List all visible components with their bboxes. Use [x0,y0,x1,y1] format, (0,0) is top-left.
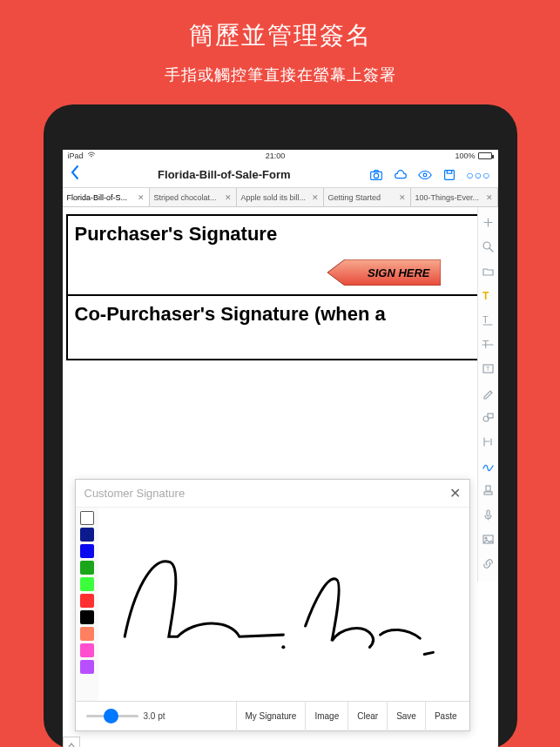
svg-rect-14 [484,492,492,495]
color-swatch[interactable] [80,643,94,657]
tab-close-icon[interactable]: ✕ [399,193,406,202]
image-icon[interactable] [478,529,497,548]
strike-icon[interactable]: T [478,334,497,353]
folder-icon[interactable] [478,261,497,280]
tab-strip: Florida-Bill-of-S...✕Striped chocolat...… [63,188,498,207]
pencil-icon[interactable] [478,383,497,402]
tab-label: 100-Things-Ever... [415,193,480,202]
thickness-value: 3.0 pt [144,711,165,721]
svg-point-2 [423,173,427,177]
color-swatch[interactable] [80,627,94,641]
tab-label: Apple sold its bill... [241,193,307,202]
status-bar: iPad 21:00 100% [63,150,498,162]
signature-canvas[interactable] [98,508,469,701]
svg-point-17 [485,537,487,539]
tab-label: Striped chocolat... [154,193,217,202]
signature-panel-title: Customer Signature [84,487,186,500]
svg-text:T: T [482,314,489,325]
right-tool-rail: TTTT [477,207,498,582]
clear-button[interactable]: Clear [347,702,387,731]
ipad-frame: iPad 21:00 100% Florida-Bill-of-Sale-For… [44,104,517,747]
color-swatch[interactable] [80,610,94,624]
signature-stroke [107,534,460,669]
svg-text:T: T [482,290,489,302]
tab-close-icon[interactable]: ✕ [312,193,319,202]
promo-subtitle: 手指或觸控筆直接在螢幕上簽署 [0,52,560,85]
tab-close-icon[interactable]: ✕ [486,193,493,202]
tab-1[interactable]: Striped chocolat...✕ [150,188,237,206]
color-swatch[interactable] [80,594,94,608]
purchaser-signature-row[interactable]: Purchaser's Signature SIGN HERE [68,216,493,296]
add-icon[interactable] [478,212,497,232]
shape-icon[interactable] [478,407,497,427]
mic-icon[interactable] [478,505,497,524]
svg-point-1 [374,173,378,178]
svg-rect-3 [445,170,455,179]
wifi-icon [87,151,96,160]
search-icon[interactable] [478,237,497,256]
sign-here-label: SIGN HERE [368,266,430,279]
tab-label: Florida-Bill-of-S... [67,193,128,202]
more-icon[interactable]: ○○○ [466,168,490,182]
purchaser-label: Purchaser's Signature [75,223,486,246]
signature-panel: Customer Signature ✕ 3.0 pt [75,479,470,731]
tab-2[interactable]: Apple sold its bill...✕ [237,188,324,206]
color-palette [76,508,98,701]
camera-icon[interactable] [368,167,384,183]
color-swatch[interactable] [80,544,94,558]
underline-icon[interactable]: T [478,310,497,329]
status-time: 21:00 [266,151,286,160]
back-button[interactable] [70,165,80,185]
tab-3[interactable]: Getting Started✕ [324,188,411,206]
expand-corner-tab[interactable] [63,737,80,747]
document-title: Florida-Bill-of-Sale-Form [80,168,369,181]
svg-rect-13 [486,486,490,491]
save-button[interactable]: Save [387,702,425,731]
cloud-icon[interactable] [393,167,408,183]
color-swatch[interactable] [80,528,94,542]
eye-icon[interactable] [417,167,433,183]
promo-title: 簡歷並管理簽名 [0,0,560,52]
link-icon[interactable] [478,554,497,573]
nav-bar: Florida-Bill-of-Sale-Form ○○○ [63,162,498,188]
thickness-slider[interactable] [86,715,138,717]
stamp-icon[interactable] [478,481,497,500]
svg-rect-4 [447,170,451,173]
slider-knob[interactable] [104,709,118,723]
color-swatch[interactable] [80,511,94,525]
color-swatch[interactable] [80,660,94,674]
svg-text:T: T [486,366,490,372]
image-button[interactable]: Image [305,702,347,731]
save-icon[interactable] [442,167,457,183]
thickness-control[interactable]: 3.0 pt [79,711,172,721]
tab-4[interactable]: 100-Things-Ever...✕ [411,188,498,206]
paste-button[interactable]: Paste [425,702,466,731]
color-swatch[interactable] [80,577,94,591]
tab-0[interactable]: Florida-Bill-of-S...✕ [63,188,150,206]
close-icon[interactable]: ✕ [449,485,461,501]
tab-close-icon[interactable]: ✕ [138,193,145,202]
co-purchaser-label: Co-Purchaser's Signature (when a [75,303,486,326]
text-box-icon[interactable]: T [478,359,497,378]
signature-icon[interactable] [478,456,497,475]
color-swatch[interactable] [80,561,94,575]
device-label: iPad [68,151,84,160]
tab-label: Getting Started [328,193,381,202]
tab-close-icon[interactable]: ✕ [225,193,232,202]
sign-here-tag[interactable]: SIGN HERE [327,259,441,286]
co-purchaser-signature-row[interactable]: Co-Purchaser's Signature (when a [68,296,493,359]
highlight-icon[interactable]: T [478,286,497,305]
insert-text-icon[interactable] [478,432,497,451]
my-signature-button[interactable]: My Signature [236,702,306,731]
battery-icon [478,152,492,159]
screen: iPad 21:00 100% Florida-Bill-of-Sale-For… [63,150,498,747]
svg-rect-15 [487,510,489,516]
battery-pct: 100% [455,151,475,160]
document-area: Purchaser's Signature SIGN HERE Co-Purch… [63,207,498,434]
svg-point-18 [281,645,285,649]
